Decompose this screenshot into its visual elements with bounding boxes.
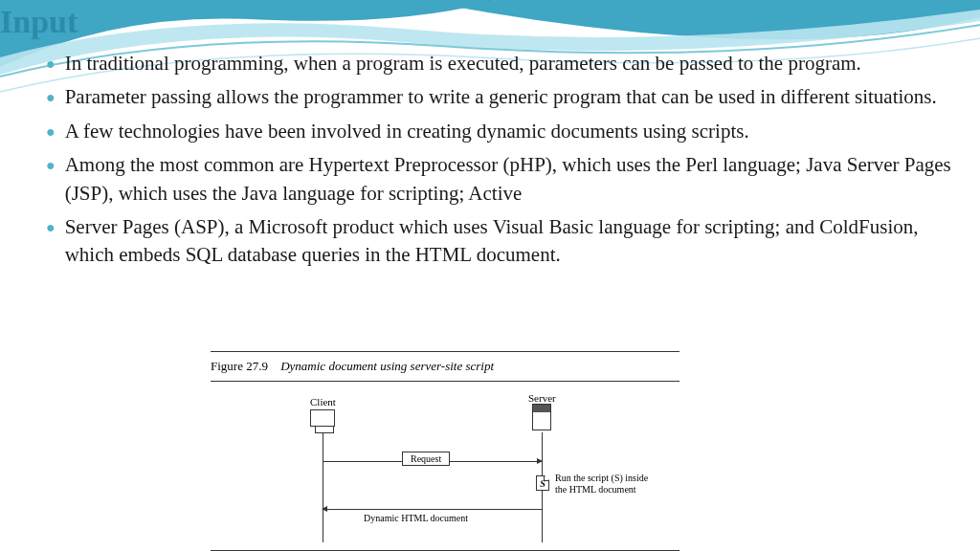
figure-title: Dynamic document using server-site scrip…: [280, 359, 494, 373]
bullet-text: Server Pages (ASP), a Microsoft product …: [65, 213, 951, 270]
bullet-icon: ●: [46, 55, 56, 73]
bullet-icon: ●: [46, 123, 56, 141]
figure-rule: [211, 351, 679, 352]
bullet-text: Parameter passing allows the programmer …: [65, 83, 937, 111]
list-item: ● Parameter passing allows the programme…: [46, 83, 951, 111]
figure-rule: [211, 381, 679, 382]
bullet-text: A few technologies have been involved in…: [65, 118, 749, 145]
list-item: ● A few technologies have been involved …: [46, 118, 951, 145]
list-item: ● Server Pages (ASP), a Microsoft produc…: [46, 213, 951, 270]
bullet-list: ● In traditional programming, when a pro…: [46, 50, 951, 276]
client-icon: [310, 409, 335, 427]
figure-number: Figure 27.9: [211, 359, 268, 373]
response-label: Dynamic HTML document: [364, 513, 468, 523]
figure-caption: Figure 27.9 Dynamic document using serve…: [211, 355, 679, 378]
response-arrow: [323, 509, 542, 510]
bullet-icon: ●: [46, 89, 56, 106]
figure: Figure 27.9 Dynamic document using serve…: [211, 348, 679, 551]
bullet-text: In traditional programming, when a progr…: [65, 50, 861, 77]
bullet-text: Among the most common are Hypertext Prep…: [65, 151, 951, 208]
server-icon: [532, 404, 551, 430]
script-icon: S: [536, 475, 549, 491]
bullet-icon: ●: [46, 157, 56, 174]
sequence-diagram: Client Server Request S Run the script (…: [211, 385, 679, 547]
client-lifeline: [323, 432, 323, 542]
list-item: ● Among the most common are Hypertext Pr…: [46, 151, 951, 208]
bullet-icon: ●: [46, 219, 56, 236]
server-label: Server: [528, 392, 556, 404]
slide-title: Input: [0, 4, 78, 40]
request-label: Request: [402, 452, 450, 466]
script-note: Run the script (S) inside the HTML docum…: [555, 473, 660, 496]
list-item: ● In traditional programming, when a pro…: [46, 50, 951, 77]
client-label: Client: [310, 396, 336, 408]
